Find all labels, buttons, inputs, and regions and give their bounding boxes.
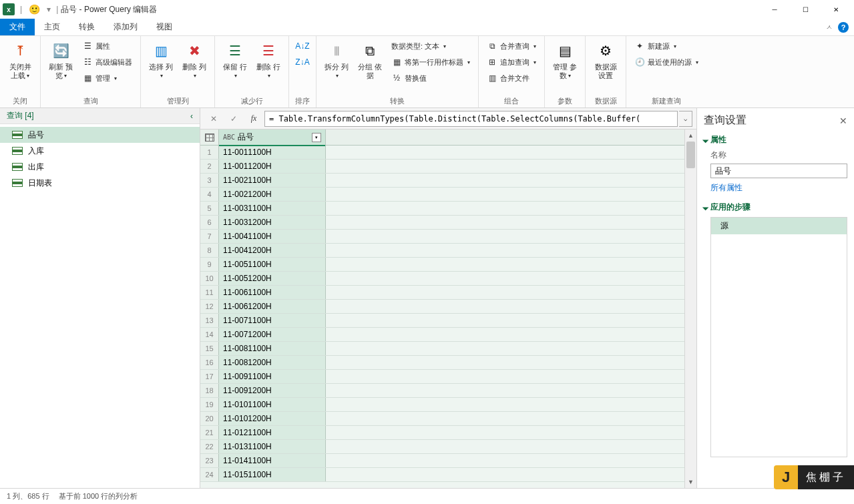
table-row[interactable]: 811-0041200H bbox=[200, 244, 684, 258]
row-number[interactable]: 7 bbox=[200, 230, 219, 243]
formula-expand-button[interactable]: ⌵ bbox=[679, 111, 692, 127]
cell[interactable]: 11-0141100H bbox=[219, 454, 326, 467]
maximize-button[interactable]: ☐ bbox=[790, 0, 821, 19]
cell[interactable]: 11-0011100H bbox=[219, 146, 326, 159]
cell[interactable]: 11-0071200H bbox=[219, 328, 326, 341]
smiley-icon[interactable]: 🙂 bbox=[29, 4, 40, 15]
cell[interactable]: 11-0031200H bbox=[219, 216, 326, 229]
recent-sources-button[interactable]: 🕘最近使用的源▾ bbox=[632, 55, 701, 69]
cell[interactable]: 11-0091200H bbox=[219, 384, 326, 397]
applied-steps-section-title[interactable]: 应用的步骤 bbox=[704, 202, 847, 213]
cell[interactable]: 11-0031100H bbox=[219, 202, 326, 215]
row-number[interactable]: 24 bbox=[200, 468, 219, 481]
table-row[interactable]: 211-0011200H bbox=[200, 160, 684, 174]
row-number[interactable]: 15 bbox=[200, 342, 219, 355]
manage-button[interactable]: ▦管理▾ bbox=[79, 71, 135, 85]
table-row[interactable]: 411-0021200H bbox=[200, 188, 684, 202]
all-properties-link[interactable]: 所有属性 bbox=[704, 182, 847, 194]
cell[interactable]: 11-0081100H bbox=[219, 342, 326, 355]
data-grid[interactable]: ABC 品号 ▾ 111-0011100H211-0011200H311-002… bbox=[200, 130, 684, 488]
table-row[interactable]: 1911-0101100H bbox=[200, 398, 684, 412]
table-row[interactable]: 1211-0061200H bbox=[200, 300, 684, 314]
cell[interactable]: 11-0011200H bbox=[219, 160, 326, 173]
tab-home[interactable]: 主页 bbox=[35, 19, 69, 35]
replace-values-button[interactable]: ½替换值 bbox=[389, 71, 473, 85]
scroll-thumb[interactable] bbox=[686, 142, 695, 168]
row-number[interactable]: 4 bbox=[200, 188, 219, 201]
minimize-button[interactable]: ─ bbox=[759, 0, 790, 19]
table-row[interactable]: 1011-0051200H bbox=[200, 272, 684, 286]
column-header[interactable]: ABC 品号 ▾ bbox=[219, 130, 326, 145]
remove-rows-button[interactable]: ☰ 删除 行▾ bbox=[254, 39, 283, 81]
row-number[interactable]: 20 bbox=[200, 412, 219, 425]
vertical-scrollbar[interactable]: ▲ ▼ bbox=[684, 130, 696, 488]
cell[interactable]: 11-0131100H bbox=[219, 440, 326, 453]
cell[interactable]: 11-0151100H bbox=[219, 468, 326, 481]
cell[interactable]: 11-0081200H bbox=[219, 356, 326, 369]
query-item[interactable]: 入库 bbox=[0, 143, 200, 159]
manage-parameters-button[interactable]: ▤ 管理 参数▾ bbox=[550, 39, 580, 81]
close-button[interactable]: ✕ bbox=[821, 0, 851, 19]
table-row[interactable]: 2011-0101200H bbox=[200, 412, 684, 426]
table-row[interactable]: 1511-0081100H bbox=[200, 342, 684, 356]
datatype-text-icon[interactable]: ABC bbox=[223, 134, 235, 141]
scroll-up-icon[interactable]: ▲ bbox=[685, 130, 696, 142]
row-number[interactable]: 3 bbox=[200, 174, 219, 187]
row-number[interactable]: 13 bbox=[200, 314, 219, 327]
table-row[interactable]: 911-0051100H bbox=[200, 258, 684, 272]
row-number[interactable]: 23 bbox=[200, 454, 219, 467]
group-by-button[interactable]: ⧉ 分组 依据 bbox=[355, 39, 385, 81]
table-row[interactable]: 111-0011100H bbox=[200, 146, 684, 160]
cell[interactable]: 11-0021100H bbox=[219, 174, 326, 187]
collapse-queries-icon[interactable]: ‹ bbox=[190, 111, 193, 121]
row-number[interactable]: 11 bbox=[200, 286, 219, 299]
cell[interactable]: 11-0061100H bbox=[219, 286, 326, 299]
keep-rows-button[interactable]: ☰ 保留 行▾ bbox=[220, 39, 250, 81]
row-number[interactable]: 17 bbox=[200, 370, 219, 383]
table-row[interactable]: 2211-0131100H bbox=[200, 440, 684, 454]
merge-queries-button[interactable]: ⧉合并查询▾ bbox=[484, 39, 539, 53]
row-number[interactable]: 8 bbox=[200, 244, 219, 257]
tab-file[interactable]: 文件 bbox=[0, 19, 35, 35]
table-row[interactable]: 2411-0151100H bbox=[200, 468, 684, 482]
cell[interactable]: 11-0071100H bbox=[219, 314, 326, 327]
refresh-preview-button[interactable]: 🔄 刷新 预览▾ bbox=[46, 39, 75, 81]
tab-view[interactable]: 视图 bbox=[147, 19, 182, 35]
help-icon[interactable]: ? bbox=[838, 22, 849, 33]
cell[interactable]: 11-0101100H bbox=[219, 398, 326, 411]
split-column-button[interactable]: ⫴ 拆分 列▾ bbox=[322, 39, 351, 81]
row-number[interactable]: 18 bbox=[200, 384, 219, 397]
table-row[interactable]: 2111-0121100H bbox=[200, 426, 684, 440]
table-row[interactable]: 711-0041100H bbox=[200, 230, 684, 244]
sort-desc-button[interactable]: Z↓A bbox=[294, 55, 310, 69]
close-settings-button[interactable]: ✕ bbox=[839, 115, 847, 126]
row-number[interactable]: 19 bbox=[200, 398, 219, 411]
properties-section-title[interactable]: 属性 bbox=[704, 134, 847, 146]
applied-step[interactable]: 源 bbox=[711, 218, 847, 234]
formula-input[interactable] bbox=[264, 111, 678, 127]
fx-icon[interactable]: fx bbox=[244, 111, 263, 127]
table-row[interactable]: 511-0031100H bbox=[200, 202, 684, 216]
table-row[interactable]: 611-0031200H bbox=[200, 216, 684, 230]
accept-formula-button[interactable]: ✓ bbox=[224, 111, 243, 127]
properties-button[interactable]: ☰属性 bbox=[79, 39, 135, 53]
cell[interactable]: 11-0041200H bbox=[219, 244, 326, 257]
query-item[interactable]: 日期表 bbox=[0, 175, 200, 191]
tab-addcolumn[interactable]: 添加列 bbox=[104, 19, 147, 35]
row-number[interactable]: 12 bbox=[200, 300, 219, 313]
sort-asc-button[interactable]: A↓Z bbox=[294, 39, 310, 53]
remove-columns-button[interactable]: ✖ 删除 列▾ bbox=[180, 39, 209, 81]
table-row[interactable]: 2311-0141100H bbox=[200, 454, 684, 468]
scroll-down-icon[interactable]: ▼ bbox=[685, 476, 696, 488]
query-item[interactable]: 品号 bbox=[0, 127, 200, 143]
append-queries-button[interactable]: ⊞追加查询▾ bbox=[484, 55, 539, 69]
row-number[interactable]: 1 bbox=[200, 146, 219, 159]
query-name-input[interactable] bbox=[710, 164, 847, 178]
table-row[interactable]: 1611-0081200H bbox=[200, 356, 684, 370]
cell[interactable]: 11-0021200H bbox=[219, 188, 326, 201]
first-row-headers-button[interactable]: ▦将第一行用作标题▾ bbox=[389, 55, 473, 69]
table-row[interactable]: 1811-0091200H bbox=[200, 384, 684, 398]
table-row[interactable]: 311-0021100H bbox=[200, 174, 684, 188]
column-filter-button[interactable]: ▾ bbox=[312, 133, 321, 142]
grid-corner[interactable] bbox=[200, 130, 219, 145]
